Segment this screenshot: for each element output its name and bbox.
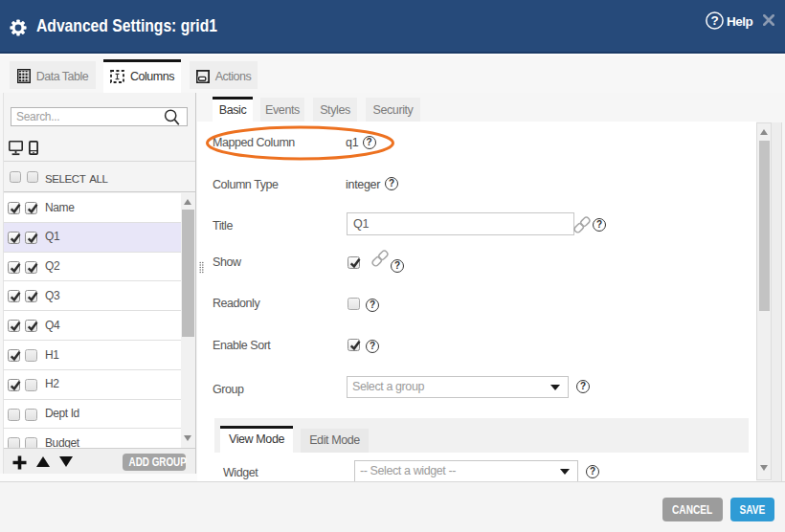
svg-text:?: ?: [710, 13, 718, 28]
